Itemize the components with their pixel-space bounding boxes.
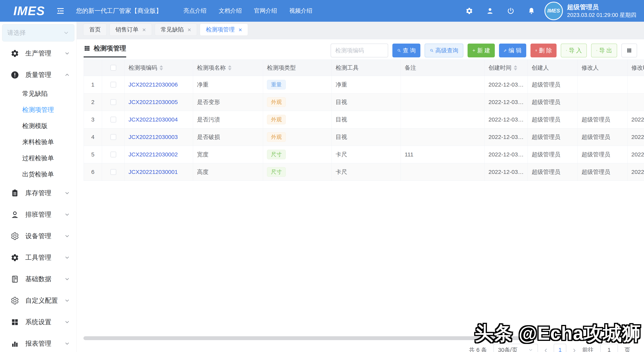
cell-created: 2022-12-03…	[485, 94, 528, 111]
chevron-down-icon	[64, 212, 70, 217]
tab-common-defects[interactable]: 常见缺陷 ×	[155, 24, 197, 36]
cell-creator: 超级管理员	[528, 128, 578, 146]
row-checkbox[interactable]	[110, 82, 116, 88]
bell-icon	[528, 7, 535, 15]
tab-label: 常见缺陷	[161, 26, 184, 34]
import-button[interactable]: 导 入	[561, 44, 587, 57]
gear-icon	[10, 253, 19, 262]
code-link[interactable]: JCX202212030003	[128, 134, 178, 140]
sidebar-item-label: 基础数据	[25, 275, 52, 283]
sidebar-item-base-data[interactable]: 基础数据	[0, 268, 76, 290]
row-checkbox[interactable]	[110, 152, 116, 157]
grid-icon	[626, 48, 632, 53]
code-link[interactable]: JCX202212030005	[128, 99, 178, 105]
next-page-button[interactable]: ›	[573, 346, 576, 352]
user-name: 超级管理员	[567, 3, 636, 12]
cell-modified	[628, 94, 644, 111]
cell-tool: 净重	[332, 76, 401, 94]
cell-tool: 卡尺	[332, 163, 401, 181]
sidebar-item-quality[interactable]: 质量管理	[0, 64, 76, 86]
profile-button[interactable]	[486, 7, 494, 15]
cell-creator: 超级管理员	[528, 94, 578, 111]
sidebar-item-custom-config[interactable]: 自定义配置	[0, 290, 76, 311]
create-button[interactable]: 新 建	[468, 44, 495, 57]
cell-remark: 111	[401, 146, 485, 163]
watermark: 头条 @Echa攻城狮	[475, 321, 641, 346]
header-tool: 检测工具	[332, 60, 401, 76]
sidebar-item-tools[interactable]: 工具管理	[0, 247, 76, 268]
bar-chart-icon	[10, 339, 19, 348]
code-link[interactable]: JCX202212030002	[128, 151, 178, 158]
row-checkbox[interactable]	[110, 134, 116, 140]
close-icon[interactable]: ×	[188, 27, 191, 33]
sidebar-item-production[interactable]: 生产管理	[0, 43, 76, 64]
sidebar-subitem-process-inspection[interactable]: 过程检验单	[0, 150, 76, 166]
grid-icon	[84, 45, 90, 52]
column-settings-button[interactable]	[621, 44, 637, 57]
sidebar-item-equipment[interactable]: 设备管理	[0, 225, 76, 247]
sidebar-subitem-incoming-inspection[interactable]: 来料检验单	[0, 134, 76, 150]
topnav-link-website[interactable]: 官网介绍	[254, 7, 277, 15]
table-row: 4 JCX202212030003 是否破损 外观 目视 2022-12-03……	[84, 128, 644, 146]
export-button[interactable]: 导 出	[591, 44, 617, 57]
content-card: 检测项管理 查 询 高级查询 新 建 编 辑 删 除	[77, 39, 644, 352]
sidebar-subitem-common-defects[interactable]: 常见缺陷	[0, 86, 76, 102]
sidebar-item-system-settings[interactable]: 系统设置	[0, 311, 76, 333]
sidebar-item-scheduling[interactable]: 排班管理	[0, 204, 76, 225]
sidebar-item-inventory[interactable]: 库存管理	[0, 182, 76, 204]
cell-remark	[401, 111, 485, 128]
cell-remark	[401, 128, 485, 146]
topnav-link-highlights[interactable]: 亮点介绍	[183, 7, 206, 15]
prev-page-button[interactable]: ‹	[544, 346, 547, 352]
select-all-checkbox[interactable]	[110, 65, 116, 71]
close-icon[interactable]: ×	[238, 27, 242, 33]
total-count: 共 6 条	[469, 346, 487, 352]
edit-button[interactable]: 编 辑	[499, 44, 526, 57]
row-checkbox[interactable]	[110, 117, 116, 122]
type-badge: 尺寸	[267, 150, 286, 159]
settings-button[interactable]	[466, 7, 473, 15]
query-button[interactable]: 查 询	[392, 44, 420, 57]
module-select[interactable]: 请选择	[2, 24, 74, 42]
header-created[interactable]: 创建时间	[485, 60, 528, 76]
close-icon[interactable]: ×	[142, 27, 146, 33]
sidebar-subitem-shipment-inspection[interactable]: 出货检验单	[0, 166, 76, 182]
table-row: 3 JCX202212030004 是否污渍 外观 目视 2022-12-03……	[84, 111, 644, 128]
code-link[interactable]: JCX202212030001	[128, 169, 178, 175]
row-checkbox[interactable]	[110, 169, 116, 175]
code-link[interactable]: JCX202212030004	[128, 116, 178, 123]
sort-icon	[160, 65, 163, 71]
sidebar-item-label: 排班管理	[25, 210, 52, 219]
notifications-button[interactable]	[528, 7, 535, 15]
current-datetime: 2023.03.02 01:29:00 星期四	[567, 11, 636, 19]
sidebar-subitem-inspection-items[interactable]: 检测项管理	[0, 102, 76, 118]
sidebar-toggle-button[interactable]	[56, 7, 65, 15]
cell-modified: 2022-12-03…	[628, 111, 644, 128]
tab-home[interactable]: 首页	[83, 24, 107, 36]
card-header: 检测项管理 查 询 高级查询 新 建 编 辑 删 除	[84, 43, 637, 58]
power-icon	[507, 7, 514, 15]
advanced-query-button[interactable]: 高级查询	[424, 44, 463, 57]
code-link[interactable]: JCX202212030006	[128, 81, 178, 88]
trash-icon	[535, 48, 537, 53]
chevron-down-icon	[64, 319, 70, 325]
cell-remark	[401, 76, 485, 94]
topnav-link-videos[interactable]: 视频介绍	[289, 7, 312, 15]
module-select-placeholder: 请选择	[7, 29, 26, 37]
tab-sales-orders[interactable]: 销售订单 ×	[110, 24, 152, 36]
row-checkbox[interactable]	[110, 99, 116, 105]
chevron-down-icon	[64, 298, 70, 303]
avatar[interactable]: IMES	[544, 2, 563, 20]
sidebar-subitem-inspection-templates[interactable]: 检测模版	[0, 118, 76, 134]
type-badge: 尺寸	[267, 167, 286, 177]
page-unit-label: 页	[624, 346, 630, 352]
search-input[interactable]	[331, 44, 388, 57]
tab-inspection-items[interactable]: 检测项管理 ×	[200, 24, 248, 36]
table-row: 5 JCX202212030002 宽度 尺寸 卡尺 111 2022-12-0…	[84, 146, 644, 163]
header-code[interactable]: 检测项编码	[125, 60, 193, 76]
sidebar-item-reports[interactable]: 报表管理	[0, 333, 76, 352]
header-name[interactable]: 检测项名称	[193, 60, 263, 76]
logout-button[interactable]	[507, 7, 514, 15]
topnav-link-docs[interactable]: 文档介绍	[219, 7, 242, 15]
delete-button[interactable]: 删 除	[530, 44, 556, 57]
